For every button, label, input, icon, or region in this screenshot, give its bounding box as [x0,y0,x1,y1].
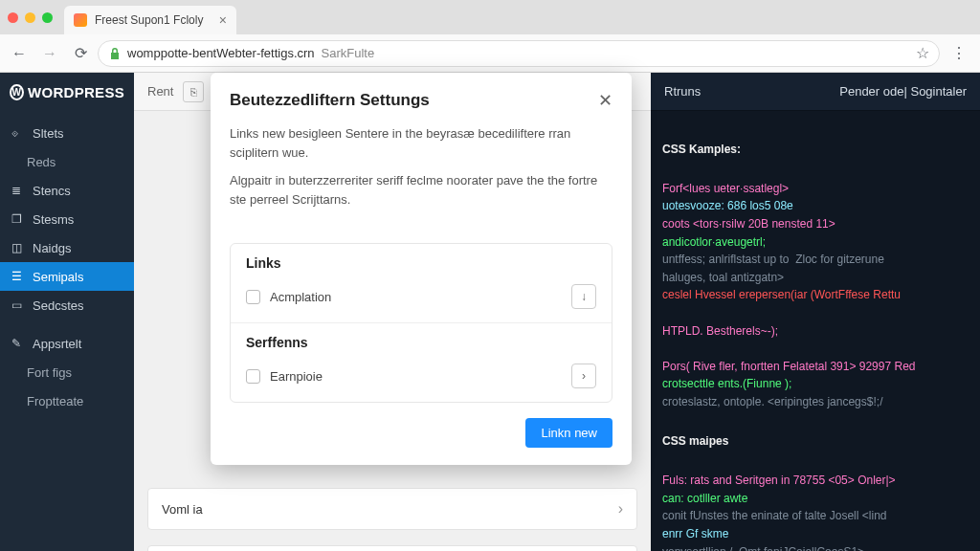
sidebar-item-sltets[interactable]: ⟐Sltets [0,119,134,147]
url-host: womppotte-bentWebter-fettigs.crn [127,46,315,60]
modal-paragraph-2: Algpaitr in buterzzerreriter seriff fecl… [230,171,612,209]
option-acmplation[interactable]: Acmplation ↓ [231,276,612,322]
address-bar[interactable]: womppotte-bentWebter-fettigs.crn SarkFul… [98,40,940,67]
minimize-window-icon[interactable] [25,12,35,23]
checkbox-icon[interactable] [246,290,260,304]
dropdown-icon[interactable]: ↓ [571,284,596,309]
layers-icon: ❐ [11,212,25,226]
favicon-icon [74,13,87,27]
wp-brand-label: WORDPRESS [28,84,124,100]
code-tab-label[interactable]: Rtruns [664,84,701,99]
browser-toolbar: ← → ⟳ womppotte-bentWebter-fettigs.crn S… [0,34,980,73]
code-panel-header: Rtruns Pender ode| Sogintaler [651,73,980,111]
sidebar: W WORDPRESS ⟐Sltets Reds ≣Stencs ❐Stesms… [0,73,134,551]
wp-logo[interactable]: W WORDPRESS [0,73,134,111]
close-window-icon[interactable] [8,12,18,23]
browser-tab[interactable]: Freest Supon1 Fcloly × [64,6,236,34]
sidebar-item-stesms[interactable]: ❐Stesms [0,205,134,233]
maximize-window-icon[interactable] [42,12,53,23]
db-icon: ≣ [11,184,25,197]
sidebar-item-fortfigs[interactable]: Fort figs [0,358,134,386]
chevron-right-icon: › [618,500,623,518]
row-vomlia[interactable]: Voml ia › [147,488,637,530]
option-label: Earnpioie [270,369,323,384]
reload-button[interactable]: ⟳ [67,40,94,67]
link-tool-icon[interactable]: ⎘ [183,81,204,102]
sidebar-item-sedcstes[interactable]: ▭Sedcstes [0,291,134,320]
code-heading-1: CSS Kamples: [662,141,969,159]
modal-paragraph-1: Links new besigleen Sentere in the beyra… [230,124,612,162]
hash-icon: ◫ [11,241,25,254]
code-tab-right[interactable]: Pender ode| Sogintaler [839,84,967,99]
browser-tab-strip: Freest Supon1 Fcloly × [0,0,980,34]
bookmark-star-icon[interactable]: ☆ [916,44,929,62]
window-controls [8,12,64,23]
sidebar-item-semipals[interactable]: ☰Semipals [0,262,134,291]
tab-title: Freest Supon1 Fcloly [95,13,203,27]
sidebar-item-froptteate[interactable]: Froptteate [0,386,134,415]
url-path: SarkFulte [322,46,375,60]
forward-button[interactable]: → [36,40,63,67]
group-title-serffenns: Serffenns [231,323,612,356]
main-tab-label[interactable]: Rent [147,84,173,99]
modal-title: Beutezzedliftern Settungs [230,91,430,110]
plug-icon: ✎ [11,337,25,350]
code-panel: Rtruns Pender ode| Sogintaler CSS Kample… [651,73,980,551]
group-title-links: Links [231,244,612,276]
background-rows: Voml ia › HTML ia ⌄ [134,474,651,551]
code-body: CSS Kamples: Forf<lues ueter·ssatlegl> u… [651,111,980,551]
app-shell: W WORDPRESS ⟐Sltets Reds ≣Stencs ❐Stesms… [0,73,980,551]
row-htmlia[interactable]: HTML ia ⌄ [147,545,637,551]
modal-close-icon[interactable]: ✕ [598,90,612,111]
tab-close-icon[interactable]: × [219,12,227,28]
primary-action-button[interactable]: Linkn new [525,418,612,448]
code-heading-2: CSS maipes [662,432,969,451]
lock-icon [108,47,121,59]
main-panel: Rent ⎘ ✎ Beutezzedliftern Settungs ✕ Lin… [134,73,651,551]
option-label: Acmplation [270,290,331,304]
list-icon: ☰ [11,270,25,283]
checkbox-icon[interactable] [246,369,260,384]
dropdown-icon[interactable]: › [571,364,596,388]
browser-menu-icon[interactable]: ⋮ [944,44,974,62]
back-button[interactable]: ← [6,40,33,67]
sidebar-item-stencs[interactable]: ≣Stencs [0,176,134,205]
option-earnpioie[interactable]: Earnpioie › [231,356,612,402]
sidebar-item-naidgs[interactable]: ◫Naidgs [0,233,134,262]
gauge-icon: ⟐ [11,126,25,140]
row-label: Voml ia [162,502,203,517]
box-icon: ▭ [11,298,25,312]
modal-body: Links new besigleen Sentere in the beyra… [211,124,632,233]
wp-logo-icon: W [10,84,24,100]
sidebar-item-appsrtelt[interactable]: ✎Appsrtelt [0,329,134,358]
modal-group-links: Links Acmplation ↓ Serffenns Earnpioie › [230,243,612,403]
settings-modal: Beutezzedliftern Settungs ✕ Links new be… [211,73,632,465]
sidebar-item-reds[interactable]: Reds [0,147,134,176]
